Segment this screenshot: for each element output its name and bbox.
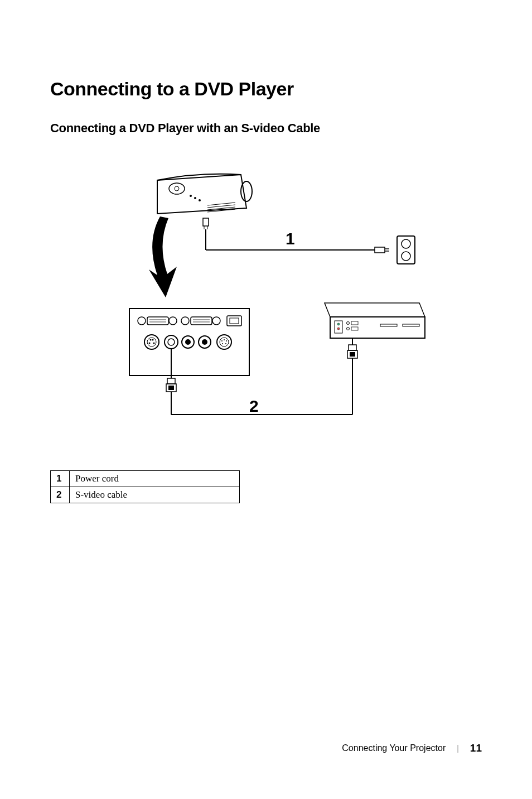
arrow-icon bbox=[149, 216, 177, 297]
svg-rect-28 bbox=[191, 317, 212, 325]
svg-rect-33 bbox=[230, 318, 239, 324]
main-heading: Connecting to a DVD Player bbox=[50, 78, 482, 100]
diagram-label-1: 1 bbox=[286, 229, 295, 248]
svg-point-22 bbox=[138, 317, 146, 325]
legend-num-1: 1 bbox=[51, 471, 70, 487]
svg-point-43 bbox=[185, 339, 191, 345]
svg-point-27 bbox=[181, 317, 189, 325]
svg-point-2 bbox=[175, 186, 179, 191]
page-number: 11 bbox=[470, 742, 482, 754]
footer-section-text: Connecting Your Projector bbox=[342, 743, 446, 753]
svg-point-49 bbox=[224, 339, 225, 340]
svg-point-51 bbox=[222, 343, 223, 344]
svg-rect-32 bbox=[227, 316, 241, 326]
svg-rect-69 bbox=[349, 345, 356, 350]
svg-point-41 bbox=[168, 339, 175, 345]
power-cord-line bbox=[203, 218, 389, 253]
svg-point-46 bbox=[217, 335, 231, 349]
svg-point-5 bbox=[199, 199, 201, 201]
page-footer: Connecting Your Projector | 11 bbox=[342, 742, 482, 754]
svg-rect-23 bbox=[147, 317, 168, 325]
dvd-player-icon bbox=[325, 303, 425, 338]
svg-rect-56 bbox=[168, 386, 174, 390]
svg-rect-66 bbox=[380, 324, 397, 326]
svg-point-3 bbox=[190, 195, 192, 197]
svg-point-62 bbox=[347, 322, 350, 325]
legend-num-2: 2 bbox=[51, 487, 70, 503]
svg-point-38 bbox=[149, 343, 151, 344]
svg-point-36 bbox=[150, 339, 152, 341]
wall-outlet-icon bbox=[397, 236, 415, 264]
table-row: 2 S-video cable bbox=[51, 487, 240, 503]
svg-rect-15 bbox=[375, 247, 385, 253]
svg-rect-18 bbox=[397, 236, 415, 264]
connection-diagram: 1 bbox=[50, 158, 482, 437]
svg-point-35 bbox=[147, 338, 156, 346]
table-row: 1 Power cord bbox=[51, 471, 240, 487]
svg-rect-10 bbox=[203, 218, 209, 226]
legend-desc-2: S-video cable bbox=[70, 487, 240, 503]
svg-point-52 bbox=[225, 343, 226, 344]
legend-table: 1 Power cord 2 S-video cable bbox=[50, 470, 240, 503]
svg-point-1 bbox=[169, 183, 185, 194]
svg-point-34 bbox=[144, 335, 159, 349]
svideo-plug-right-icon bbox=[347, 338, 357, 415]
svg-point-48 bbox=[221, 340, 223, 341]
svg-point-26 bbox=[169, 317, 177, 325]
svideo-plug-left-icon bbox=[166, 349, 176, 415]
svg-point-39 bbox=[153, 343, 155, 344]
svg-rect-59 bbox=[335, 321, 342, 333]
svg-rect-71 bbox=[350, 352, 355, 357]
svg-point-37 bbox=[152, 339, 154, 341]
svg-point-0 bbox=[241, 181, 252, 201]
svg-point-47 bbox=[220, 338, 229, 346]
svg-point-19 bbox=[402, 239, 410, 248]
diagram-svg: 1 bbox=[101, 158, 431, 437]
svg-point-50 bbox=[226, 340, 227, 341]
svg-point-20 bbox=[402, 252, 410, 261]
svg-rect-58 bbox=[330, 317, 425, 338]
svg-rect-65 bbox=[351, 327, 358, 330]
projector-back-panel-icon bbox=[129, 309, 249, 376]
svg-point-31 bbox=[212, 317, 220, 325]
svg-point-40 bbox=[165, 335, 178, 349]
svg-point-61 bbox=[337, 328, 340, 330]
svg-point-4 bbox=[194, 197, 196, 199]
svg-rect-67 bbox=[403, 324, 419, 326]
diagram-label-2: 2 bbox=[249, 397, 259, 415]
svg-rect-54 bbox=[167, 378, 175, 384]
sub-heading: Connecting a DVD Player with an S-video … bbox=[50, 121, 482, 136]
svg-point-64 bbox=[347, 328, 350, 330]
svg-point-45 bbox=[202, 339, 207, 345]
svg-rect-63 bbox=[351, 321, 358, 325]
footer-divider-icon: | bbox=[457, 744, 459, 753]
projector-icon bbox=[157, 174, 252, 214]
svg-point-60 bbox=[337, 323, 340, 325]
legend-desc-1: Power cord bbox=[70, 471, 240, 487]
